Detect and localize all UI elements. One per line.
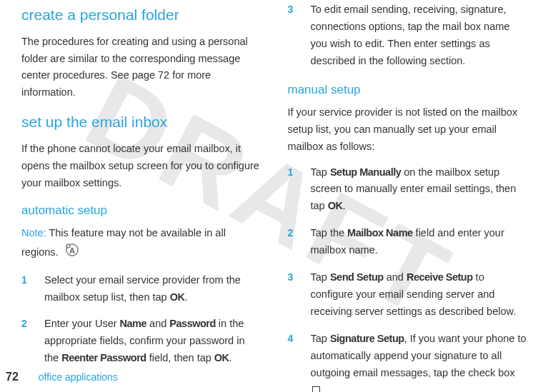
step-text: Tap Setup Manually on the mailbox setup … bbox=[311, 164, 527, 216]
reenter-label: Reenter Password bbox=[61, 352, 146, 363]
para-manual-setup: If your service provider is not listed o… bbox=[288, 104, 527, 156]
manual-step-2: 2 Tap the Mailbox Name field and enter y… bbox=[288, 225, 527, 259]
step-text: Select your email service provider from … bbox=[44, 272, 261, 306]
page-content: create a personal folder The procedures … bbox=[0, 0, 538, 361]
footer-section-title: office applications bbox=[39, 371, 118, 383]
step-number: 3 bbox=[288, 269, 295, 321]
para-create-folder: The procedures for creating and using a … bbox=[21, 34, 261, 102]
ok-label: OK bbox=[170, 291, 185, 303]
step-text: Tap Send Setup and Receive Setup to conf… bbox=[311, 269, 527, 321]
ok-label: OK bbox=[328, 200, 343, 211]
manual-step-4: 4 Tap Signature Setup, If you want your … bbox=[288, 331, 527, 392]
text: . bbox=[184, 291, 187, 303]
text: . bbox=[229, 352, 232, 363]
text: Tap bbox=[311, 333, 330, 344]
text: and bbox=[384, 271, 407, 283]
manual-step-1: 1 Tap Setup Manually on the mailbox setu… bbox=[288, 164, 527, 216]
step-text: Tap the Mailbox Name field and enter you… bbox=[311, 225, 527, 259]
step-number: 3 bbox=[288, 1, 295, 70]
text: Tap the bbox=[311, 227, 348, 238]
setup-manually-label: Setup Manually bbox=[330, 166, 401, 178]
text: . bbox=[342, 200, 345, 211]
text: and bbox=[146, 318, 169, 329]
heading-auto-setup: automatic setup bbox=[21, 201, 261, 221]
step-number: 2 bbox=[21, 316, 29, 367]
text: Select your email service provider from … bbox=[44, 274, 241, 303]
checkbox-icon bbox=[312, 386, 320, 392]
step-number: 2 bbox=[288, 225, 295, 259]
globe-plus-icon: A bbox=[64, 242, 80, 263]
receive-setup-label: Receive Setup bbox=[407, 271, 473, 283]
heading-setup-inbox: set up the email inbox bbox=[21, 110, 261, 135]
svg-text:A: A bbox=[69, 246, 75, 254]
step-number: 1 bbox=[288, 164, 295, 216]
page-footer: 72 office applications bbox=[6, 371, 118, 383]
auto-step-2: 2 Enter your User Name and Password in t… bbox=[21, 316, 261, 367]
text: Tap bbox=[311, 271, 330, 283]
note-text: This feature may not be available in all… bbox=[21, 227, 226, 258]
manual-step-3: 3 Tap Send Setup and Receive Setup to co… bbox=[288, 269, 527, 321]
name-label: Name bbox=[120, 318, 147, 329]
step-number: 4 bbox=[288, 331, 295, 392]
right-column: 3 To edit email sending, receiving, sign… bbox=[288, 1, 527, 361]
note-label: Note: bbox=[21, 227, 46, 238]
step-text: To edit email sending, receiving, signat… bbox=[311, 1, 527, 70]
heading-create-folder: create a personal folder bbox=[21, 3, 261, 28]
auto-step-1: 1 Select your email service provider fro… bbox=[21, 272, 261, 306]
step-number: 1 bbox=[21, 272, 29, 306]
text: Enter your User bbox=[44, 318, 120, 329]
heading-manual-setup: manual setup bbox=[288, 80, 527, 100]
ok-label: OK bbox=[214, 352, 229, 363]
step-text: Enter your User Name and Password in the… bbox=[44, 316, 261, 367]
send-setup-label: Send Setup bbox=[330, 271, 384, 283]
password-label: Password bbox=[169, 318, 216, 329]
page-number: 72 bbox=[6, 371, 19, 383]
note-para: Note: This feature may not be available … bbox=[21, 225, 261, 263]
text: Tap bbox=[311, 166, 330, 178]
step-text: Tap Signature Setup, If you want your ph… bbox=[311, 331, 527, 392]
para-setup-inbox: If the phone cannot locate your email ma… bbox=[21, 141, 261, 192]
text: field, then tap bbox=[146, 352, 214, 363]
signature-setup-label: Signature Setup bbox=[330, 333, 404, 344]
left-column: create a personal folder The procedures … bbox=[21, 1, 261, 361]
auto-step-3: 3 To edit email sending, receiving, sign… bbox=[288, 1, 527, 70]
mailbox-name-label: Mailbox Name bbox=[347, 227, 413, 238]
